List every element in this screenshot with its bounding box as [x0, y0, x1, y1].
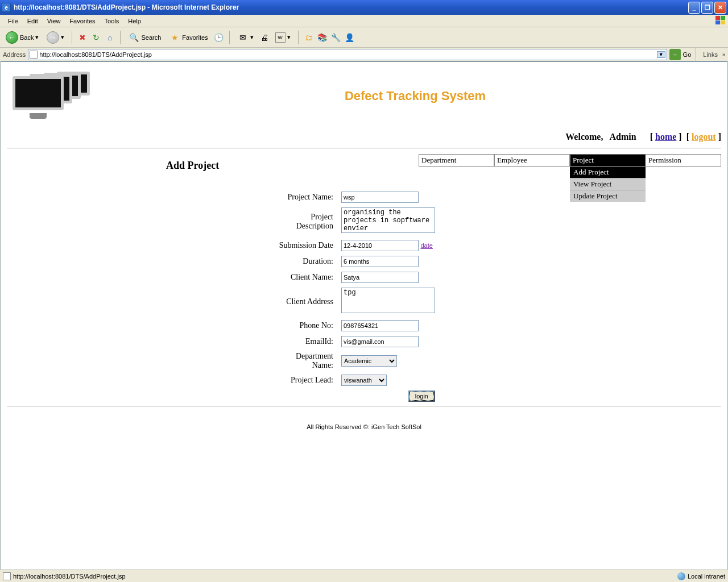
search-label: Search — [141, 34, 161, 41]
svg-rect-2 — [715, 20, 720, 24]
statusbar: http://localhost:8081/DTS/AddProject.jsp… — [0, 569, 728, 582]
chevron-down-icon: ▾ — [35, 34, 39, 41]
back-icon: ← — [6, 31, 18, 44]
star-icon: ★ — [169, 32, 180, 43]
project-lead-select[interactable]: viswanath — [341, 375, 387, 386]
edit-button[interactable]: W▾ — [272, 31, 293, 44]
submission-date-input[interactable] — [341, 240, 419, 251]
project-name-input[interactable] — [341, 192, 419, 203]
nav-department[interactable]: Department — [419, 154, 494, 167]
favorites-button[interactable]: ★ Favorites — [166, 30, 210, 45]
svg-rect-3 — [721, 20, 725, 24]
go-button[interactable]: → — [669, 49, 681, 60]
messenger-icon[interactable]: 👤 — [344, 32, 355, 43]
chevron-right-icon[interactable]: » — [722, 52, 725, 57]
login-button[interactable]: login — [408, 390, 435, 402]
mail-button[interactable]: ✉▾ — [234, 30, 257, 45]
menu-help[interactable]: Help — [123, 16, 146, 26]
window-title: http://localhost:8081/DTS/AddProject.jsp… — [14, 3, 688, 11]
browser-viewport[interactable]: Defect Tracking System Welcome, Admin [ … — [1, 61, 727, 582]
logout-link[interactable]: logout — [692, 132, 716, 142]
menubar: File Edit View Favorites Tools Help — [0, 15, 728, 27]
nav-project[interactable]: Project — [570, 154, 646, 167]
divider — [7, 406, 721, 406]
menu-edit[interactable]: Edit — [23, 16, 43, 26]
duration-input[interactable] — [341, 256, 419, 267]
label-client-address: Client Address — [270, 286, 337, 317]
page-icon — [30, 51, 38, 59]
label-dept-name: Department Name: — [270, 350, 337, 372]
nav-permission[interactable]: Permission — [646, 154, 721, 167]
search-icon: 🔍 — [128, 32, 139, 43]
label-duration: Duration: — [270, 254, 337, 269]
minimize-button[interactable]: _ — [688, 2, 700, 14]
search-button[interactable]: 🔍 Search — [125, 30, 164, 45]
client-address-textarea[interactable]: tpg — [341, 288, 435, 313]
label-submission-date: Submission Date — [270, 238, 337, 253]
home-link[interactable]: home — [655, 132, 676, 142]
print-icon[interactable]: 🖨 — [259, 32, 270, 43]
links-label[interactable]: Links — [701, 51, 720, 58]
menu-view[interactable]: View — [43, 16, 65, 26]
label-email: EmailId: — [270, 334, 337, 349]
edit-icon: W — [275, 32, 286, 43]
separator — [298, 31, 299, 44]
phone-input[interactable] — [341, 320, 419, 331]
window-titlebar: e http://localhost:8081/DTS/AddProject.j… — [0, 0, 728, 15]
back-button[interactable]: ← Back ▾ — [3, 30, 42, 45]
nav-menu: Department Employee Project Permission A… — [419, 154, 721, 167]
nav-employee[interactable]: Employee — [494, 154, 570, 167]
email-input[interactable] — [341, 336, 419, 347]
label-project-name: Project Name: — [270, 190, 337, 205]
label-client-name: Client Name: — [270, 270, 337, 285]
address-input[interactable]: http://localhost:8081/DTS/AddProject.jsp… — [28, 49, 667, 60]
svg-rect-1 — [721, 16, 725, 20]
chevron-down-icon: ▾ — [287, 34, 291, 41]
dd-add-project[interactable]: Add Project — [570, 166, 646, 178]
address-label: Address — [3, 51, 26, 58]
app-title: Defect Tracking System — [109, 89, 721, 103]
discuss-icon[interactable]: 🗂 — [303, 32, 315, 43]
project-desc-textarea[interactable]: organising the projects in sopftware env… — [341, 207, 435, 233]
menu-file[interactable]: File — [3, 16, 23, 26]
windows-flag-icon — [715, 16, 726, 25]
divider — [7, 148, 721, 148]
welcome-row: Welcome, Admin [ home ] [ logout ] — [7, 127, 721, 147]
refresh-icon[interactable]: ↻ — [90, 32, 102, 43]
chevron-down-icon[interactable]: ▼ — [657, 51, 665, 58]
svg-rect-0 — [715, 16, 720, 20]
ie-icon: e — [2, 3, 11, 12]
logo-image — [7, 65, 109, 127]
page-icon — [3, 572, 11, 580]
close-button[interactable]: ✕ — [714, 2, 726, 14]
mail-icon: ✉ — [237, 32, 249, 43]
dd-update-project[interactable]: Update Project — [570, 190, 646, 202]
project-dropdown: Add Project View Project Update Project — [570, 166, 646, 202]
dept-name-select[interactable]: Academic — [341, 355, 397, 367]
history-icon[interactable]: 🕒 — [213, 32, 225, 43]
client-name-input[interactable] — [341, 272, 419, 283]
zone-icon — [677, 572, 685, 580]
go-label: Go — [683, 51, 692, 58]
dd-view-project[interactable]: View Project — [570, 178, 646, 190]
tool-icon[interactable]: 🔧 — [330, 32, 342, 43]
home-icon[interactable]: ⌂ — [104, 32, 115, 43]
stop-icon[interactable]: ✖ — [77, 32, 88, 43]
label-phone: Phone No: — [270, 318, 337, 333]
welcome-text: Welcome, — [565, 132, 603, 142]
maximize-button[interactable]: ❐ — [701, 2, 713, 14]
footer-text: All Rights Reserved ©: iGen Tech SoftSol — [7, 423, 721, 430]
zone-label: Local intranet — [688, 573, 725, 580]
menu-favorites[interactable]: Favorites — [65, 16, 100, 26]
research-icon[interactable]: 📚 — [317, 32, 328, 43]
chevron-down-icon: ▾ — [61, 34, 64, 41]
label-project-lead: Project Lead: — [270, 373, 337, 388]
toolbar: ← Back ▾ → ▾ ✖ ↻ ⌂ 🔍 Search ★ Favorites … — [0, 27, 728, 48]
menu-tools[interactable]: Tools — [100, 16, 124, 26]
back-label: Back — [20, 34, 34, 41]
date-link[interactable]: date — [421, 242, 433, 249]
add-project-form: Project Name: Project Description organi… — [268, 189, 440, 405]
favorites-label: Favorites — [182, 34, 208, 41]
separator — [72, 31, 72, 44]
forward-button[interactable]: → ▾ — [44, 30, 67, 45]
